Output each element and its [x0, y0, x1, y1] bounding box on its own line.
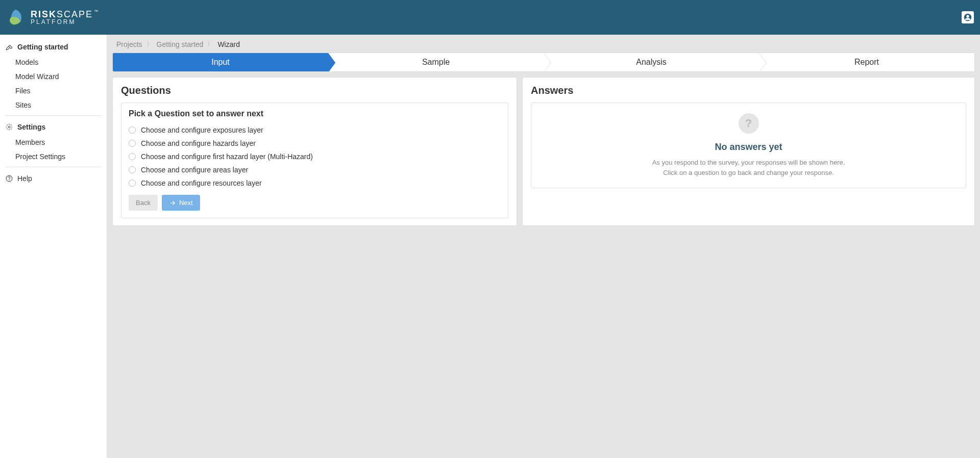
sidebar-help[interactable]: Help	[0, 170, 107, 187]
app-header: RISKSCAPE™ PLATFORM	[0, 0, 980, 35]
radio-icon	[129, 166, 136, 173]
arrow-right-icon	[169, 199, 176, 207]
next-button-label: Next	[179, 199, 193, 207]
question-card-title: Pick a Question set to answer next	[129, 109, 501, 118]
question-option[interactable]: Choose and configure first hazard layer …	[129, 150, 501, 163]
breadcrumb-current: Wizard	[217, 40, 240, 48]
wizard-steps: Input Sample Analysis Report	[112, 53, 975, 72]
gear-icon	[5, 123, 13, 131]
sidebar-item-sites[interactable]: Sites	[0, 98, 107, 112]
radio-icon	[129, 126, 136, 134]
question-option-label: Choose and configure resources layer	[141, 179, 262, 187]
chevron-right-icon: 〉	[146, 40, 153, 48]
question-option[interactable]: Choose and configure hazards layer	[129, 137, 501, 150]
sidebar-section-label: Getting started	[17, 43, 68, 51]
sidebar-item-models[interactable]: Models	[0, 55, 107, 69]
question-option-label: Choose and configure first hazard layer …	[141, 152, 313, 161]
question-option-label: Choose and configure exposures layer	[141, 126, 263, 134]
question-option-label: Choose and configure areas layer	[141, 166, 248, 174]
sidebar-item-files[interactable]: Files	[0, 84, 107, 98]
sidebar-item-members[interactable]: Members	[0, 135, 107, 149]
answers-empty-text: As you respond to the survey, your respo…	[652, 158, 846, 177]
sidebar-section-getting-started[interactable]: Getting started	[0, 39, 107, 55]
breadcrumb: Projects 〉 Getting started 〉 Wizard	[107, 35, 980, 53]
svg-point-1	[966, 15, 969, 17]
logo-mark-icon	[6, 8, 26, 27]
sidebar-divider	[5, 115, 102, 116]
sidebar-section-label: Settings	[17, 123, 45, 131]
logo[interactable]: RISKSCAPE™ PLATFORM	[6, 8, 99, 27]
step-analysis[interactable]: Analysis	[544, 53, 759, 71]
step-input[interactable]: Input	[113, 53, 328, 71]
back-button[interactable]: Back	[129, 195, 158, 211]
question-mark-icon: ?	[739, 113, 759, 134]
answers-panel: Answers ? No answers yet As you respond …	[522, 77, 975, 226]
step-report[interactable]: Report	[759, 53, 974, 71]
sidebar-section-settings[interactable]: Settings	[0, 119, 107, 135]
svg-point-2	[8, 126, 10, 128]
next-button[interactable]: Next	[162, 195, 200, 211]
sidebar-item-project-settings[interactable]: Project Settings	[0, 149, 107, 164]
sidebar-help-label: Help	[17, 174, 32, 183]
step-sample[interactable]: Sample	[328, 53, 544, 71]
question-option-label: Choose and configure hazards layer	[141, 139, 256, 147]
main-content: Projects 〉 Getting started 〉 Wizard Inpu…	[107, 35, 980, 458]
svg-point-4	[9, 180, 10, 181]
sidebar-item-model-wizard[interactable]: Model Wizard	[0, 69, 107, 84]
user-icon	[964, 13, 972, 21]
questions-title: Questions	[121, 85, 508, 96]
sidebar: Getting started Models Model Wizard File…	[0, 35, 107, 458]
question-option[interactable]: Choose and configure exposures layer	[129, 123, 501, 137]
questions-panel: Questions Pick a Question set to answer …	[112, 77, 517, 226]
sidebar-divider	[5, 167, 102, 167]
question-option[interactable]: Choose and configure areas layer	[129, 163, 501, 176]
radio-icon	[129, 140, 136, 147]
answers-empty-state: ? No answers yet As you respond to the s…	[531, 103, 966, 188]
question-card: Pick a Question set to answer next Choos…	[121, 103, 508, 218]
radio-icon	[129, 180, 136, 187]
chevron-right-icon: 〉	[207, 40, 213, 48]
logo-text: RISKSCAPE™ PLATFORM	[31, 10, 99, 25]
answers-empty-title: No answers yet	[542, 142, 955, 152]
answers-title: Answers	[531, 85, 966, 96]
help-icon	[5, 174, 13, 183]
question-option[interactable]: Choose and configure resources layer	[129, 176, 501, 190]
wrench-icon	[5, 43, 13, 51]
user-menu-button[interactable]	[962, 11, 974, 23]
radio-icon	[129, 153, 136, 160]
breadcrumb-link-projects[interactable]: Projects	[116, 40, 142, 48]
breadcrumb-link-getting-started[interactable]: Getting started	[157, 40, 204, 48]
